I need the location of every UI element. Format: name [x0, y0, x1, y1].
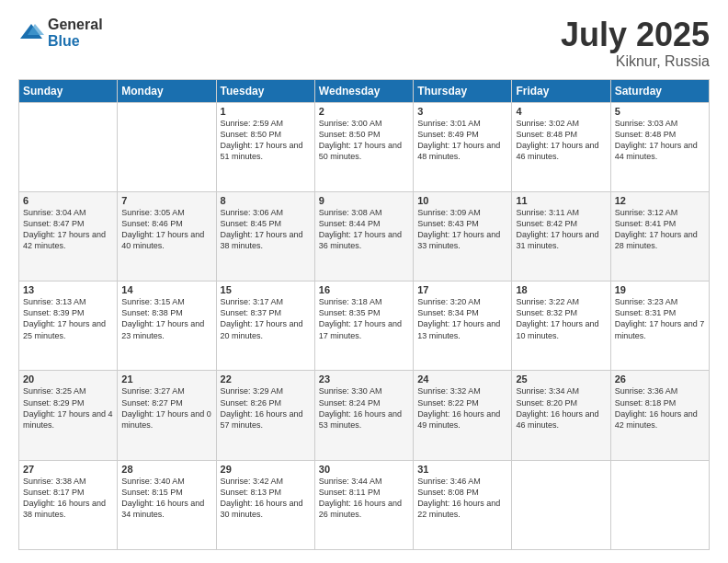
- calendar-week-row: 20Sunrise: 3:25 AMSunset: 8:29 PMDayligh…: [19, 371, 710, 460]
- calendar-header-row: SundayMondayTuesdayWednesdayThursdayFrid…: [19, 79, 710, 102]
- calendar-cell: 22Sunrise: 3:29 AMSunset: 8:26 PMDayligh…: [216, 371, 314, 460]
- calendar-cell: 5Sunrise: 3:03 AMSunset: 8:48 PMDaylight…: [610, 102, 709, 191]
- calendar-cell: 15Sunrise: 3:17 AMSunset: 8:37 PMDayligh…: [216, 282, 314, 371]
- calendar-cell: 28Sunrise: 3:40 AMSunset: 8:15 PMDayligh…: [118, 460, 216, 549]
- day-info: Sunrise: 2:59 AMSunset: 8:50 PMDaylight:…: [221, 118, 311, 163]
- day-number: 13: [23, 284, 113, 295]
- day-info: Sunrise: 3:04 AMSunset: 8:47 PMDaylight:…: [23, 207, 113, 252]
- day-number: 27: [23, 464, 113, 475]
- day-number: 24: [417, 373, 507, 385]
- day-number: 26: [615, 373, 705, 385]
- calendar-cell: 19Sunrise: 3:23 AMSunset: 8:31 PMDayligh…: [610, 282, 709, 371]
- calendar-cell: 9Sunrise: 3:08 AMSunset: 8:44 PMDaylight…: [314, 191, 413, 281]
- calendar-week-row: 1Sunrise: 2:59 AMSunset: 8:50 PMDaylight…: [19, 102, 710, 191]
- day-info: Sunrise: 3:02 AMSunset: 8:48 PMDaylight:…: [516, 118, 606, 163]
- day-number: 2: [319, 106, 409, 117]
- calendar-cell: 4Sunrise: 3:02 AMSunset: 8:48 PMDaylight…: [512, 102, 610, 191]
- calendar-cell: 7Sunrise: 3:05 AMSunset: 8:46 PMDaylight…: [118, 191, 216, 281]
- day-info: Sunrise: 3:23 AMSunset: 8:31 PMDaylight:…: [615, 296, 705, 341]
- calendar-cell: 21Sunrise: 3:27 AMSunset: 8:27 PMDayligh…: [118, 371, 216, 460]
- day-number: 29: [221, 464, 311, 475]
- day-info: Sunrise: 3:00 AMSunset: 8:50 PMDaylight:…: [319, 118, 409, 163]
- logo-text: General Blue: [48, 17, 103, 49]
- calendar-week-row: 13Sunrise: 3:13 AMSunset: 8:39 PMDayligh…: [19, 282, 710, 371]
- calendar-day-header: Tuesday: [216, 79, 314, 102]
- day-number: 3: [417, 106, 507, 117]
- day-info: Sunrise: 3:18 AMSunset: 8:35 PMDaylight:…: [319, 296, 409, 341]
- day-number: 11: [516, 195, 606, 206]
- calendar-cell: 29Sunrise: 3:42 AMSunset: 8:13 PMDayligh…: [216, 460, 314, 549]
- calendar-week-row: 6Sunrise: 3:04 AMSunset: 8:47 PMDaylight…: [19, 191, 710, 281]
- day-number: 1: [221, 106, 311, 117]
- day-number: 18: [516, 284, 606, 295]
- calendar-cell: 23Sunrise: 3:30 AMSunset: 8:24 PMDayligh…: [314, 371, 413, 460]
- day-number: 12: [615, 195, 705, 206]
- day-info: Sunrise: 3:34 AMSunset: 8:20 PMDaylight:…: [516, 385, 606, 431]
- day-number: 25: [516, 373, 606, 385]
- day-number: 22: [221, 373, 311, 385]
- day-info: Sunrise: 3:36 AMSunset: 8:18 PMDaylight:…: [615, 385, 705, 431]
- day-info: Sunrise: 3:06 AMSunset: 8:45 PMDaylight:…: [221, 207, 311, 252]
- calendar-day-header: Saturday: [610, 79, 709, 102]
- calendar-cell: [118, 102, 216, 191]
- calendar-cell: 30Sunrise: 3:44 AMSunset: 8:11 PMDayligh…: [314, 460, 413, 549]
- day-info: Sunrise: 3:40 AMSunset: 8:15 PMDaylight:…: [121, 476, 211, 521]
- logo-icon: [18, 20, 44, 46]
- day-number: 5: [615, 106, 705, 117]
- calendar-cell: [19, 102, 118, 191]
- day-info: Sunrise: 3:30 AMSunset: 8:24 PMDaylight:…: [319, 385, 409, 431]
- calendar-cell: 25Sunrise: 3:34 AMSunset: 8:20 PMDayligh…: [512, 371, 610, 460]
- calendar-cell: 8Sunrise: 3:06 AMSunset: 8:45 PMDaylight…: [216, 191, 314, 281]
- day-info: Sunrise: 3:11 AMSunset: 8:42 PMDaylight:…: [516, 207, 606, 252]
- calendar-cell: 17Sunrise: 3:20 AMSunset: 8:34 PMDayligh…: [414, 282, 512, 371]
- calendar-cell: 26Sunrise: 3:36 AMSunset: 8:18 PMDayligh…: [610, 371, 709, 460]
- logo-general-text: General: [48, 17, 103, 33]
- day-number: 10: [417, 195, 507, 206]
- calendar-cell: 1Sunrise: 2:59 AMSunset: 8:50 PMDaylight…: [216, 102, 314, 191]
- day-info: Sunrise: 3:12 AMSunset: 8:41 PMDaylight:…: [615, 207, 705, 252]
- day-info: Sunrise: 3:05 AMSunset: 8:46 PMDaylight:…: [121, 207, 211, 252]
- calendar-cell: 24Sunrise: 3:32 AMSunset: 8:22 PMDayligh…: [414, 371, 512, 460]
- day-info: Sunrise: 3:38 AMSunset: 8:17 PMDaylight:…: [23, 476, 113, 521]
- day-number: 17: [417, 284, 507, 295]
- header: General Blue July 2025 Kiknur, Russia: [18, 17, 710, 70]
- calendar-day-header: Sunday: [19, 79, 118, 102]
- month-title: July 2025: [561, 17, 710, 53]
- calendar-cell: 20Sunrise: 3:25 AMSunset: 8:29 PMDayligh…: [19, 371, 118, 460]
- day-number: 16: [319, 284, 409, 295]
- day-info: Sunrise: 3:44 AMSunset: 8:11 PMDaylight:…: [319, 476, 409, 521]
- day-info: Sunrise: 3:22 AMSunset: 8:32 PMDaylight:…: [516, 296, 606, 341]
- day-number: 20: [23, 373, 113, 385]
- logo-blue-text: Blue: [48, 33, 103, 50]
- location-title: Kiknur, Russia: [561, 53, 710, 70]
- calendar-cell: 6Sunrise: 3:04 AMSunset: 8:47 PMDaylight…: [19, 191, 118, 281]
- calendar-day-header: Monday: [118, 79, 216, 102]
- calendar-cell: 3Sunrise: 3:01 AMSunset: 8:49 PMDaylight…: [414, 102, 512, 191]
- day-info: Sunrise: 3:13 AMSunset: 8:39 PMDaylight:…: [23, 296, 113, 341]
- day-info: Sunrise: 3:27 AMSunset: 8:27 PMDaylight:…: [121, 385, 211, 431]
- calendar-cell: 31Sunrise: 3:46 AMSunset: 8:08 PMDayligh…: [414, 460, 512, 549]
- day-number: 28: [121, 464, 211, 475]
- day-number: 15: [221, 284, 311, 295]
- calendar-cell: [610, 460, 709, 549]
- calendar-cell: 14Sunrise: 3:15 AMSunset: 8:38 PMDayligh…: [118, 282, 216, 371]
- calendar-cell: 27Sunrise: 3:38 AMSunset: 8:17 PMDayligh…: [19, 460, 118, 549]
- calendar-cell: [512, 460, 610, 549]
- day-number: 4: [516, 106, 606, 117]
- calendar-table: SundayMondayTuesdayWednesdayThursdayFrid…: [18, 79, 710, 550]
- day-number: 7: [121, 195, 211, 206]
- day-info: Sunrise: 3:01 AMSunset: 8:49 PMDaylight:…: [417, 118, 507, 163]
- day-info: Sunrise: 3:46 AMSunset: 8:08 PMDaylight:…: [417, 476, 507, 521]
- day-number: 31: [417, 464, 507, 475]
- day-info: Sunrise: 3:17 AMSunset: 8:37 PMDaylight:…: [221, 296, 311, 341]
- day-number: 14: [121, 284, 211, 295]
- calendar-cell: 13Sunrise: 3:13 AMSunset: 8:39 PMDayligh…: [19, 282, 118, 371]
- day-number: 6: [23, 195, 113, 206]
- calendar-week-row: 27Sunrise: 3:38 AMSunset: 8:17 PMDayligh…: [19, 460, 710, 549]
- calendar-cell: 10Sunrise: 3:09 AMSunset: 8:43 PMDayligh…: [414, 191, 512, 281]
- calendar-cell: 11Sunrise: 3:11 AMSunset: 8:42 PMDayligh…: [512, 191, 610, 281]
- day-info: Sunrise: 3:15 AMSunset: 8:38 PMDaylight:…: [121, 296, 211, 341]
- calendar-cell: 16Sunrise: 3:18 AMSunset: 8:35 PMDayligh…: [314, 282, 413, 371]
- page: General Blue July 2025 Kiknur, Russia Su…: [0, 0, 728, 563]
- day-info: Sunrise: 3:25 AMSunset: 8:29 PMDaylight:…: [23, 385, 113, 431]
